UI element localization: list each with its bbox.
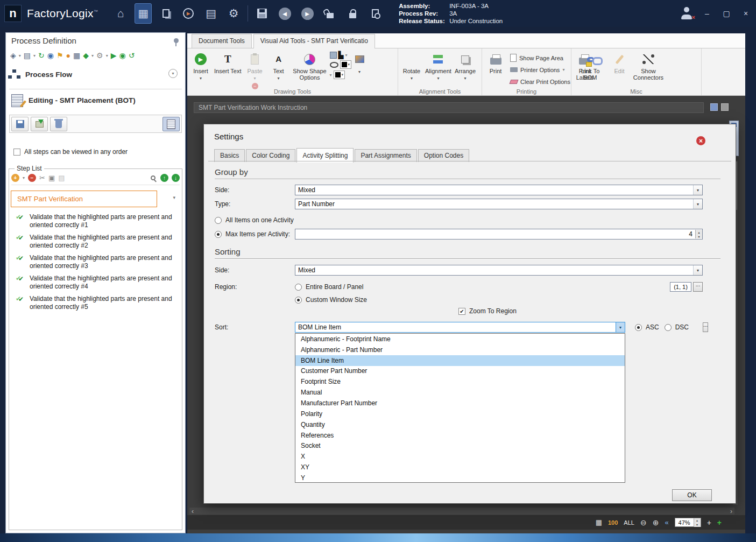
process-flow-row[interactable]: Process Flow ▾	[6, 67, 185, 86]
shape-caret-icon[interactable]: ▾	[345, 53, 348, 58]
print-button[interactable]: Print	[484, 51, 507, 76]
tab-part-assignments[interactable]: Part Assignments	[355, 149, 416, 162]
region-coords-input[interactable]: (1, 1)	[670, 282, 691, 292]
user-account-icon[interactable]: ×	[680, 6, 694, 20]
text-caret-icon[interactable]: ▾	[278, 75, 280, 82]
alignment-caret-icon[interactable]: ▾	[437, 75, 439, 82]
play-icon[interactable]: ▶	[111, 51, 117, 60]
any-order-checkbox[interactable]	[13, 149, 20, 156]
max-items-up-icon[interactable]: ▴	[696, 230, 702, 234]
gears-caret-icon[interactable]: ▾	[106, 53, 108, 58]
asc-radio[interactable]	[635, 324, 642, 331]
team-caret-icon[interactable]: ▾	[91, 53, 94, 58]
crosshair-icon[interactable]: +	[717, 518, 722, 527]
region-browse-button[interactable]: ...	[693, 282, 703, 292]
sort-option-selected[interactable]: BOM Line Item	[295, 355, 625, 366]
printer-options-button[interactable]: Printer Options ▾	[508, 64, 573, 75]
sort-option[interactable]: Customer Part Number	[295, 366, 625, 377]
scroll-left-icon[interactable]: ‹	[192, 508, 194, 515]
group-type-caret-icon[interactable]: ▾	[693, 199, 702, 209]
publish-caret-icon[interactable]: ▾	[19, 53, 21, 58]
forward-button[interactable]: ▶	[299, 3, 316, 24]
insert-caret-icon[interactable]: ▾	[200, 75, 202, 82]
zoom-spinner[interactable]: ▴▾	[694, 518, 701, 527]
dsc-radio[interactable]	[665, 324, 672, 331]
sort-side-select[interactable]: Mixed ▾	[295, 265, 703, 276]
documents-icon[interactable]	[157, 3, 174, 24]
step-item[interactable]: ✔✔ Validate that the highlighted parts a…	[10, 231, 181, 252]
horizontal-scrollbar[interactable]: ‹ ›	[189, 508, 734, 515]
step-item[interactable]: ✔✔ Validate that the highlighted parts a…	[10, 272, 181, 293]
edit-button[interactable]: Edit	[608, 51, 631, 76]
flag-icon[interactable]: ⚑	[56, 51, 63, 60]
group-side-caret-icon[interactable]: ▾	[693, 185, 702, 195]
step-item[interactable]: ✔✔ Validate that the highlighted parts a…	[10, 211, 181, 231]
sort-option[interactable]: Footprint Size	[295, 376, 625, 387]
edit-mode-button[interactable]	[162, 117, 180, 131]
settings-gear-icon[interactable]: ⚙	[225, 3, 242, 24]
navigator-icon[interactable]: ▶	[180, 3, 197, 24]
line-color-picker[interactable]: ▾	[334, 71, 345, 79]
clear-print-options-button[interactable]: Clear Print Options	[508, 76, 573, 87]
unlock-button[interactable]	[321, 3, 338, 24]
sort-option[interactable]: Socket	[295, 440, 625, 451]
add-step-caret-icon[interactable]: ▾	[23, 175, 25, 180]
sort-option[interactable]: XY	[295, 462, 625, 473]
tab-document-tools[interactable]: Document Tools	[192, 34, 252, 48]
max-items-radio[interactable]	[215, 231, 222, 238]
tab-visual-aid-tools[interactable]: Visual Aid Tools - SMT Part Verificatio	[253, 34, 375, 48]
sort-option[interactable]: Polarity	[295, 409, 625, 419]
sort-option[interactable]: Quantity	[295, 419, 625, 430]
texture-caret-icon[interactable]: ▾	[358, 69, 361, 75]
layers-grid-icon[interactable]: ▦	[596, 518, 602, 526]
show-shape-options-button[interactable]: Show Shape Options	[291, 51, 329, 82]
printer-options-caret-icon[interactable]: ▾	[562, 67, 564, 72]
cut-icon[interactable]: ✂	[39, 174, 45, 182]
dialog-close-icon[interactable]: ×	[696, 136, 705, 145]
show-page-area-button[interactable]: Show Page Area	[508, 52, 573, 64]
save-step-button[interactable]	[11, 117, 29, 131]
tab-activity-splitting[interactable]: Activity Splitting	[296, 148, 354, 163]
sort-option[interactable]: Alphanumeric - Footprint Name	[295, 334, 625, 344]
link-to-bom-button[interactable]: Link To BOM	[574, 51, 607, 82]
show-connectors-button[interactable]: Show Connectors	[632, 51, 665, 82]
insert-text-button[interactable]: T Insert Text	[213, 51, 243, 76]
rotate-caret-icon[interactable]: ▾	[411, 75, 413, 82]
zoom-plus-icon[interactable]: +	[707, 518, 711, 527]
group-side-select[interactable]: Mixed ▾	[295, 185, 703, 195]
insert-button[interactable]: ▶ Insert ▾	[189, 51, 212, 83]
back-button[interactable]: ◀	[276, 3, 293, 24]
step-item[interactable]: ✔✔ Validate that the highlighted parts a…	[10, 252, 181, 272]
group-type-select[interactable]: Part Number ▾	[295, 199, 703, 209]
move-down-icon[interactable]: ↓	[172, 174, 180, 182]
tab-option-codes[interactable]: Option Codes	[418, 149, 469, 162]
home-icon[interactable]: ⌂	[112, 3, 129, 24]
alignment-button[interactable]: Alignment ▾	[424, 51, 453, 83]
record-icon[interactable]: ◉	[119, 51, 125, 60]
arrange-caret-icon[interactable]: ▾	[464, 75, 466, 82]
remove-step-icon[interactable]: −	[28, 174, 36, 182]
entire-board-radio[interactable]	[295, 284, 302, 291]
fill-color-caret-icon[interactable]: ▾	[348, 62, 350, 67]
arrange-button[interactable]: Arrange ▾	[454, 51, 477, 83]
tab-basics[interactable]: Basics	[214, 149, 245, 162]
save-icon[interactable]	[253, 3, 271, 24]
publish-icon[interactable]: ◈	[10, 51, 16, 60]
line-shape-caret-icon[interactable]: ▾	[330, 73, 332, 78]
pin-icon[interactable]	[174, 38, 179, 43]
sort-side-caret-icon[interactable]: ▾	[693, 265, 702, 275]
sort-option[interactable]: References	[295, 430, 625, 441]
paste-button[interactable]: Paste ▾ −	[244, 51, 266, 91]
audit-button[interactable]	[366, 3, 384, 24]
print-caret-icon[interactable]: ▾	[33, 53, 36, 58]
delete-step-button[interactable]	[50, 117, 67, 131]
minimize-button[interactable]: –	[701, 9, 713, 18]
copy-icon[interactable]: ▣	[48, 174, 55, 182]
max-items-spinner[interactable]: ▴▾	[695, 230, 702, 238]
sort-options-button[interactable]: ...	[703, 322, 708, 332]
lock-button[interactable]	[344, 3, 361, 24]
scroll-right-icon[interactable]: ›	[730, 508, 732, 515]
process-flow-expand-icon[interactable]: ▾	[168, 69, 178, 78]
history-icon[interactable]: ↺	[129, 51, 135, 60]
zoom-to-region-checkbox[interactable]: ✔	[458, 308, 465, 315]
